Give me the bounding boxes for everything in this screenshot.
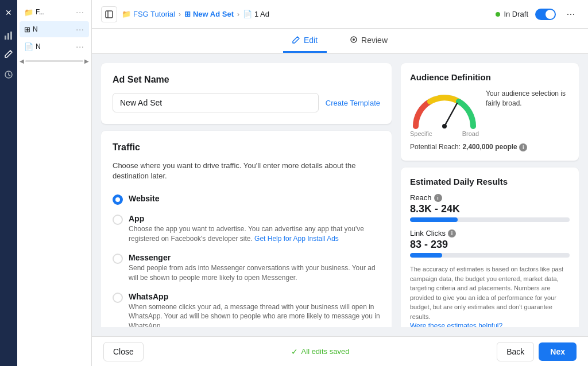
check-icon: ✓ — [291, 347, 298, 356]
campaign-sidebar-panel: 📁 F... ··· ⊞ N ··· 📄 N ··· ◀ ▶ — [17, 0, 92, 366]
website-label: Website — [129, 194, 159, 203]
sidebar-resizer[interactable]: ◀ ▶ — [17, 55, 91, 67]
next-button[interactable]: Nex — [539, 342, 577, 361]
clock-icon[interactable] — [1, 67, 17, 83]
ad-set-name-row: Create Template — [113, 93, 380, 112]
app-label-wrap: App Choose the app you want to advertise… — [129, 214, 380, 244]
more-options-button[interactable]: ··· — [563, 6, 579, 22]
estimated-results-card: Estimated Daily Results Reach i 8.3K - 2… — [401, 168, 579, 327]
helpful-link[interactable]: Were these estimates helpful? — [410, 322, 502, 327]
reach-bar-bg — [410, 217, 570, 222]
gauge-description: Your audience selection is fairly broad. — [486, 89, 570, 108]
adset-more-icon[interactable]: ··· — [76, 25, 84, 34]
saved-label: All edits saved — [301, 347, 350, 356]
gauge-broad-label: Broad — [462, 130, 479, 137]
sidebar-item-adset[interactable]: ⊞ N ··· — [20, 21, 89, 37]
sidebar-item-ad-label: N — [36, 42, 41, 50]
gauge-wrap: Specific Broad — [410, 89, 479, 137]
link-clicks-bar-fill — [410, 253, 442, 258]
close-icon[interactable]: ✕ — [1, 5, 17, 21]
breadcrumb: 📁 FSG Tutorial › ⊞ New Ad Set › 📄 1 Ad — [122, 10, 269, 18]
top-bar-left: 📁 FSG Tutorial › ⊞ New Ad Set › 📄 1 Ad — [101, 6, 269, 22]
ad-set-name-input[interactable] — [113, 93, 319, 112]
potential-reach-value: 2,400,000 people — [462, 143, 517, 151]
reach-metric-label: Reach i — [410, 193, 570, 202]
breadcrumb-campaign-label: FSG Tutorial — [133, 10, 175, 18]
reach-metric-info[interactable]: i — [434, 194, 442, 202]
ad-set-name-title: Ad Set Name — [113, 75, 380, 85]
status-badge: In Draft — [496, 10, 528, 18]
audience-definition-card: Audience Definition — [401, 63, 579, 161]
edit-tab-icon — [292, 36, 300, 45]
link-clicks-bar-bg — [410, 253, 570, 258]
folder-icon: 📁 — [24, 8, 33, 17]
reach-info-icon[interactable]: i — [519, 143, 527, 151]
sidebar-item-ad[interactable]: 📄 N ··· — [20, 38, 89, 54]
estimated-results-title: Estimated Daily Results — [410, 177, 570, 186]
campaign-more-icon[interactable]: ··· — [76, 7, 84, 17]
link-clicks-info[interactable]: i — [448, 229, 456, 237]
traffic-option-app[interactable]: App Choose the app you want to advertise… — [113, 209, 380, 248]
tab-review-label: Review — [361, 36, 388, 45]
radio-website[interactable] — [113, 194, 123, 205]
resizer-right-arrow: ▶ — [83, 58, 90, 64]
sidebar-item-campaign[interactable]: 📁 F... ··· — [20, 4, 89, 20]
ad-more-icon[interactable]: ··· — [76, 42, 84, 51]
radio-whatsapp[interactable] — [113, 293, 123, 303]
top-bar: 📁 FSG Tutorial › ⊞ New Ad Set › 📄 1 Ad I… — [92, 0, 588, 29]
form-area: Ad Set Name Create Template Traffic Choo… — [101, 63, 392, 327]
breadcrumb-campaign[interactable]: 📁 FSG Tutorial — [122, 10, 175, 18]
reach-metric-value: 8.3K - 24K — [410, 203, 570, 215]
sidebar-item-adset-label: N — [33, 25, 38, 33]
breadcrumb-sep-1: › — [179, 10, 181, 18]
whatsapp-desc: When someone clicks your ad, a message t… — [129, 302, 380, 327]
gauge-specific-label: Specific — [410, 130, 432, 137]
tab-edit[interactable]: Edit — [283, 30, 327, 53]
tab-review[interactable]: Review — [341, 30, 397, 53]
breadcrumb-grid-icon: ⊞ — [184, 10, 191, 18]
breadcrumb-ad-label: 1 Ad — [254, 10, 269, 18]
svg-rect-2 — [10, 32, 12, 40]
grid-icon: ⊞ — [24, 25, 30, 34]
draft-toggle[interactable] — [535, 9, 556, 20]
svg-point-9 — [442, 124, 447, 129]
messenger-desc: Send people from ads into Messenger conv… — [129, 263, 380, 283]
svg-rect-4 — [106, 11, 113, 18]
svg-line-8 — [444, 103, 457, 126]
breadcrumb-adset[interactable]: ⊞ New Ad Set — [184, 10, 234, 18]
breadcrumb-folder-icon: 📁 — [122, 10, 131, 18]
status-dot — [496, 12, 500, 17]
app-help-link[interactable]: Get Help for App Install Ads — [254, 235, 339, 243]
radio-messenger[interactable] — [113, 254, 123, 264]
chart-icon[interactable] — [1, 28, 17, 44]
breadcrumb-doc-icon: 📄 — [243, 10, 252, 18]
bottom-right-buttons: Back Nex — [497, 342, 577, 361]
gauge-chart — [410, 89, 479, 129]
review-tab-icon — [350, 36, 358, 45]
app-desc: Choose the app you want to advertise. Yo… — [129, 224, 380, 244]
accuracy-note: The accuracy of estimates is based on fa… — [410, 264, 570, 321]
resizer-left-arrow: ◀ — [18, 58, 25, 64]
close-button[interactable]: Close — [103, 342, 144, 361]
pencil-icon[interactable] — [1, 46, 17, 62]
svg-rect-0 — [5, 36, 6, 40]
traffic-subtitle: Choose where you want to drive traffic. … — [113, 161, 380, 181]
audience-definition-title: Audience Definition — [410, 72, 570, 82]
radio-app[interactable] — [113, 215, 123, 225]
traffic-option-website[interactable]: Website — [113, 189, 380, 209]
ad-set-name-card: Ad Set Name Create Template — [101, 63, 392, 124]
collapse-button[interactable] — [101, 6, 117, 22]
traffic-option-messenger[interactable]: Messenger Send people from ads into Mess… — [113, 248, 380, 287]
whatsapp-label-wrap: WhatsApp When someone clicks your ad, a … — [129, 292, 380, 327]
website-label-wrap: Website — [129, 194, 159, 203]
resizer-bar — [25, 60, 83, 62]
back-button[interactable]: Back — [497, 342, 534, 361]
traffic-option-whatsapp[interactable]: WhatsApp When someone clicks your ad, a … — [113, 287, 380, 327]
gauge-labels: Specific Broad — [410, 130, 479, 137]
create-template-link[interactable]: Create Template — [326, 99, 380, 107]
breadcrumb-ad[interactable]: 📄 1 Ad — [243, 10, 269, 18]
doc-icon: 📄 — [24, 42, 33, 51]
link-clicks-metric-label: Link Clicks i — [410, 229, 570, 237]
top-bar-right: In Draft ··· — [496, 6, 579, 22]
tab-bar: Edit Review — [92, 29, 588, 54]
